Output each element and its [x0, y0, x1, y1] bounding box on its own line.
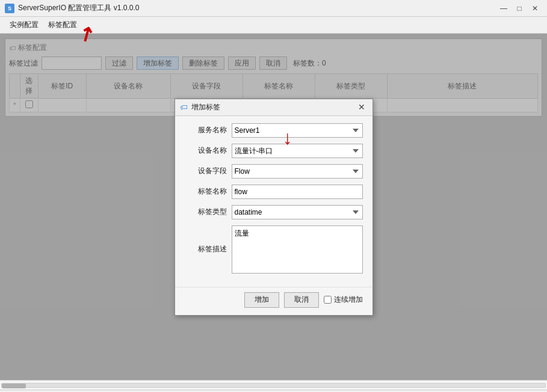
tag-name-input[interactable] [232, 185, 363, 199]
device-field-label: 设备字段 [185, 166, 227, 176]
continuous-add-checkbox[interactable] [324, 296, 332, 304]
tag-type-label: 标签类型 [185, 207, 227, 217]
dialog-titlebar: 🏷 增加标签 ✕ [175, 99, 372, 116]
dialog-title-icon: 🏷 [180, 103, 188, 112]
add-tag-dialog: 🏷 增加标签 ✕ 服务名称 Server1 设备名称 流量计-串口 [175, 99, 373, 316]
menu-tag-config[interactable]: 标签配置 [43, 18, 82, 32]
tag-desc-textarea[interactable] [232, 225, 363, 274]
minimize-button[interactable]: — [496, 2, 511, 14]
title-bar-left: S ServerSuperIO 配置管理工具 v1.0.0.0 [5, 3, 139, 13]
title-bar-controls: — □ ✕ [496, 2, 542, 14]
scrollbar-thumb[interactable] [2, 384, 26, 388]
service-name-label: 服务名称 [185, 125, 227, 135]
tag-name-label: 标签名称 [185, 186, 227, 197]
device-field-row: 设备字段 Flow [185, 164, 363, 179]
dialog-titlebar-left: 🏷 增加标签 [180, 102, 220, 112]
continuous-add-label[interactable]: 连续增加 [324, 295, 363, 305]
device-name-select[interactable]: 流量计-串口 [232, 144, 363, 158]
device-name-row: 设备名称 流量计-串口 [185, 144, 363, 158]
window-title: ServerSuperIO 配置管理工具 v1.0.0.0 [18, 3, 139, 13]
device-field-select[interactable]: Flow [232, 164, 363, 179]
dialog-footer: 增加 取消 连续增加 [175, 287, 372, 315]
device-name-label: 设备名称 [185, 145, 227, 156]
dialog-add-button[interactable]: 增加 [244, 292, 279, 308]
dialog-overlay: 🏷 增加标签 ✕ 服务名称 Server1 设备名称 流量计-串口 [0, 34, 547, 380]
tag-type-select[interactable]: datatimeintfloatstringbool [232, 205, 363, 219]
service-name-select[interactable]: Server1 [232, 123, 363, 138]
horizontal-scrollbar[interactable] [0, 380, 547, 390]
continuous-add-text: 连续增加 [334, 295, 363, 305]
status-bar [0, 390, 547, 392]
tag-type-row: 标签类型 datatimeintfloatstringbool [185, 205, 363, 219]
close-button[interactable]: ✕ [528, 2, 542, 14]
menu-bar: 实例配置 标签配置 [0, 17, 547, 34]
title-bar: S ServerSuperIO 配置管理工具 v1.0.0.0 — □ ✕ [0, 0, 547, 17]
menu-instance-config[interactable]: 实例配置 [5, 18, 43, 32]
main-content: ↗ 🏷 标签配置 标签过滤 过滤 增加标签 删除标签 应用 取消 标签数：0 选… [0, 34, 547, 380]
service-name-row: 服务名称 Server1 [185, 123, 363, 138]
dialog-cancel-button[interactable]: 取消 [284, 292, 319, 308]
dialog-body: 服务名称 Server1 设备名称 流量计-串口 设备字段 Flow 标签名称 [175, 116, 372, 287]
app-icon: S [5, 4, 14, 13]
maximize-button[interactable]: □ [512, 2, 527, 14]
tag-desc-label: 标签描述 [185, 244, 227, 254]
tag-name-row: 标签名称 [185, 185, 363, 199]
dialog-title-text: 增加标签 [191, 102, 220, 112]
tag-desc-row: 标签描述 [185, 225, 363, 274]
scrollbar-track [1, 383, 546, 388]
dialog-close-button[interactable]: ✕ [356, 102, 368, 112]
